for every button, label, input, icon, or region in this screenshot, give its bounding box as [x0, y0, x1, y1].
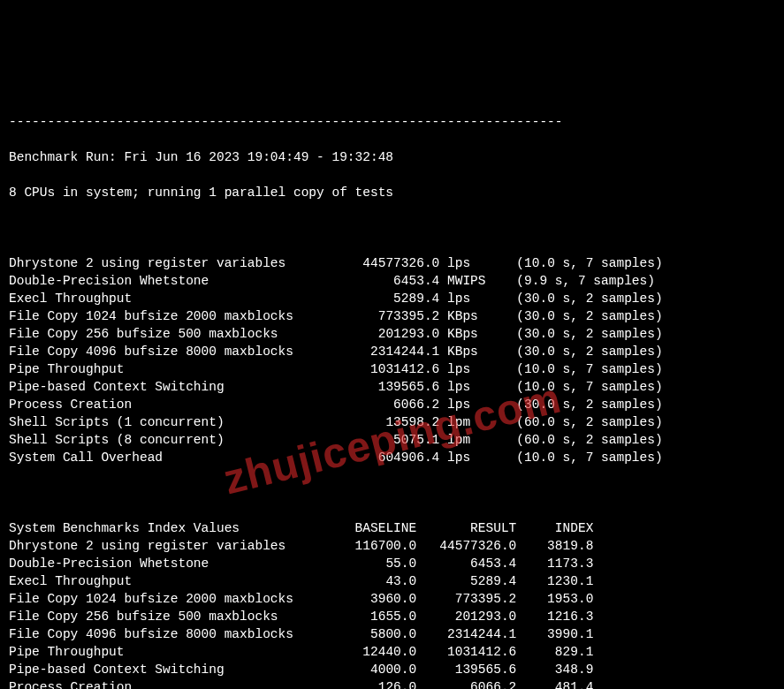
- test-row: Double-Precision Whetstone 6453.4 MWIPS …: [9, 272, 775, 290]
- index-value: 1953.0: [516, 592, 593, 606]
- cpu-info-line: 8 CPUs in system; running 1 parallel cop…: [9, 184, 775, 201]
- test-name: File Copy 256 bufsize 500 maxblocks: [9, 327, 316, 341]
- index-name: File Copy 256 bufsize 500 maxblocks: [9, 610, 316, 624]
- test-name: Execl Throughput: [9, 292, 316, 306]
- test-timing: (30.0 s, 2 samples): [493, 398, 662, 412]
- index-result: 773395.2: [416, 592, 516, 606]
- test-timing: (30.0 s, 2 samples): [493, 292, 662, 306]
- index-result: 44577326.0: [416, 539, 516, 553]
- test-unit: lpm: [439, 415, 493, 429]
- index-value: 1173.3: [516, 556, 593, 571]
- benchmark-run-line: Benchmark Run: Fri Jun 16 2023 19:04:49 …: [9, 148, 775, 166]
- index-baseline: 12440.0: [316, 645, 416, 659]
- index-row: File Copy 1024 bufsize 2000 maxblocks 39…: [9, 590, 775, 608]
- test-unit: lps: [439, 450, 493, 465]
- index-row: File Copy 4096 bufsize 8000 maxblocks 58…: [9, 625, 775, 643]
- index-baseline: 43.0: [316, 574, 416, 588]
- tests-section: Dhrystone 2 using register variables 445…: [9, 254, 775, 466]
- index-row: Pipe Throughput 12440.0 1031412.6 829.1: [9, 643, 775, 661]
- index-name: File Copy 4096 bufsize 8000 maxblocks: [9, 627, 316, 641]
- test-value: 6453.4: [316, 274, 439, 288]
- test-row: Execl Throughput 5289.4 lps (30.0 s, 2 s…: [9, 290, 775, 307]
- test-row: Shell Scripts (1 concurrent) 13598.2 lpm…: [9, 413, 775, 431]
- test-unit: lps: [439, 256, 493, 270]
- test-value: 5289.4: [316, 292, 439, 306]
- test-timing: (60.0 s, 2 samples): [493, 415, 662, 429]
- test-row: Process Creation 6066.2 lps (30.0 s, 2 s…: [9, 396, 775, 413]
- test-name: Shell Scripts (8 concurrent): [9, 433, 316, 447]
- index-header-baseline: BASELINE: [316, 521, 416, 535]
- test-unit: MWIPS: [439, 274, 493, 288]
- index-value: 1230.1: [516, 574, 593, 588]
- test-timing: (30.0 s, 2 samples): [493, 309, 662, 323]
- test-unit: lps: [439, 362, 493, 376]
- test-unit: KBps: [439, 344, 493, 359]
- index-row: Dhrystone 2 using register variables 116…: [9, 537, 775, 555]
- index-row: File Copy 256 bufsize 500 maxblocks 1655…: [9, 608, 775, 625]
- test-row: File Copy 1024 bufsize 2000 maxblocks 77…: [9, 307, 775, 325]
- test-timing: (30.0 s, 2 samples): [493, 327, 662, 341]
- index-baseline: 1655.0: [316, 610, 416, 624]
- index-result: 201293.0: [416, 610, 516, 624]
- index-name: Double-Precision Whetstone: [9, 556, 316, 571]
- test-unit: lps: [439, 380, 493, 394]
- test-name: System Call Overhead: [9, 450, 316, 465]
- index-baseline: 4000.0: [316, 662, 416, 677]
- test-timing: (10.0 s, 7 samples): [493, 450, 662, 465]
- test-name: Shell Scripts (1 concurrent): [9, 415, 316, 429]
- test-unit: lps: [439, 292, 493, 306]
- test-name: File Copy 4096 bufsize 8000 maxblocks: [9, 344, 316, 359]
- test-row: Pipe Throughput 1031412.6 lps (10.0 s, 7…: [9, 360, 775, 378]
- index-baseline: 126.0: [316, 680, 416, 689]
- test-name: Pipe Throughput: [9, 362, 316, 376]
- test-value: 13598.2: [316, 415, 439, 429]
- test-value: 773395.2: [316, 309, 439, 323]
- test-row: Dhrystone 2 using register variables 445…: [9, 254, 775, 272]
- test-unit: lps: [439, 398, 493, 412]
- test-name: Dhrystone 2 using register variables: [9, 256, 316, 270]
- index-name: Execl Throughput: [9, 574, 316, 588]
- index-result: 2314244.1: [416, 627, 516, 641]
- index-result: 5289.4: [416, 574, 516, 588]
- test-row: System Call Overhead 604906.4 lps (10.0 …: [9, 449, 775, 466]
- test-value: 44577326.0: [316, 256, 439, 270]
- test-unit: KBps: [439, 309, 493, 323]
- index-name: Pipe-based Context Switching: [9, 662, 316, 677]
- index-row: Execl Throughput 43.0 5289.4 1230.1: [9, 572, 775, 590]
- index-value: 829.1: [516, 645, 593, 659]
- index-row: Pipe-based Context Switching 4000.0 1395…: [9, 661, 775, 678]
- blank-line: [9, 219, 775, 237]
- index-value: 3819.8: [516, 539, 593, 553]
- test-timing: (60.0 s, 2 samples): [493, 433, 662, 447]
- index-value: 481.4: [516, 680, 593, 689]
- test-name: Process Creation: [9, 398, 316, 412]
- test-timing: (10.0 s, 7 samples): [493, 256, 662, 270]
- index-row: Double-Precision Whetstone 55.0 6453.4 1…: [9, 555, 775, 572]
- test-row: File Copy 4096 bufsize 8000 maxblocks 23…: [9, 343, 775, 360]
- index-header-row: System Benchmarks Index Values BASELINE …: [9, 519, 775, 537]
- index-name: File Copy 1024 bufsize 2000 maxblocks: [9, 592, 316, 606]
- test-timing: (30.0 s, 2 samples): [493, 344, 662, 359]
- test-value: 5075.1: [316, 433, 439, 447]
- index-header-result: RESULT: [416, 521, 516, 535]
- index-name: Process Creation: [9, 680, 316, 689]
- index-header-label: System Benchmarks Index Values: [9, 521, 316, 535]
- index-value: 348.9: [516, 662, 593, 677]
- test-unit: lpm: [439, 433, 493, 447]
- test-value: 201293.0: [316, 327, 439, 341]
- test-timing: (10.0 s, 7 samples): [493, 362, 662, 376]
- index-baseline: 55.0: [316, 556, 416, 571]
- index-result: 1031412.6: [416, 645, 516, 659]
- index-row: Process Creation 126.0 6066.2 481.4: [9, 678, 775, 689]
- index-name: Pipe Throughput: [9, 645, 316, 659]
- test-value: 604906.4: [316, 450, 439, 465]
- test-value: 1031412.6: [316, 362, 439, 376]
- index-result: 6453.4: [416, 556, 516, 571]
- test-name: File Copy 1024 bufsize 2000 maxblocks: [9, 309, 316, 323]
- test-timing: (9.9 s, 7 samples): [493, 274, 655, 288]
- test-name: Pipe-based Context Switching: [9, 380, 316, 394]
- test-row: Shell Scripts (8 concurrent) 5075.1 lpm …: [9, 431, 775, 449]
- index-header-index: INDEX: [516, 521, 593, 535]
- index-baseline: 5800.0: [316, 627, 416, 641]
- test-row: File Copy 256 bufsize 500 maxblocks 2012…: [9, 325, 775, 343]
